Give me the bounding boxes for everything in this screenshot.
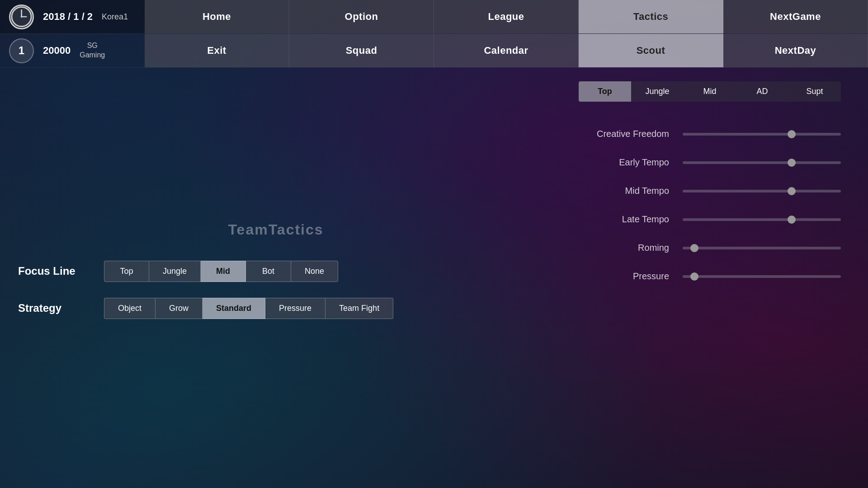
slider-row-creative_freedom: Creative Freedom bbox=[579, 129, 841, 139]
date-display: 2018 / 1 / 2 bbox=[43, 11, 93, 23]
slider-row-roming: Roming bbox=[579, 243, 841, 253]
strategy-btn-object[interactable]: Object bbox=[104, 298, 156, 319]
team-tactics-title: TeamTactics bbox=[18, 221, 533, 238]
second-navigation-bar: 1 20000 SG Gaming ExitSquadCalendarScout… bbox=[0, 34, 868, 68]
slider-label-early_tempo: Early Tempo bbox=[579, 157, 669, 168]
svg-point-3 bbox=[21, 16, 23, 18]
slider-label-creative_freedom: Creative Freedom bbox=[579, 129, 669, 139]
slider-row-early_tempo: Early Tempo bbox=[579, 157, 841, 168]
top-navigation-bar: 2018 / 1 / 2 Korea1 HomeOptionLeagueTact… bbox=[0, 0, 868, 34]
strategy-buttons: ObjectGrowStandardPressureTeam Fight bbox=[104, 298, 393, 319]
slider-input-pressure[interactable] bbox=[683, 275, 841, 278]
nav-button-nextday[interactable]: NextDay bbox=[723, 34, 868, 67]
main-area: TeamTactics Focus Line TopJungleMidBotNo… bbox=[0, 68, 868, 488]
position-tabs: TopJungleMidADSupt bbox=[579, 81, 841, 102]
slider-input-roming[interactable] bbox=[683, 247, 841, 249]
position-tab-jungle[interactable]: Jungle bbox=[631, 81, 684, 102]
focus-line-btn-jungle[interactable]: Jungle bbox=[149, 261, 201, 282]
player-info: 1 20000 SG Gaming bbox=[0, 34, 145, 67]
focus-line-buttons: TopJungleMidBotNone bbox=[104, 261, 338, 282]
position-tab-mid[interactable]: Mid bbox=[684, 81, 736, 102]
nav-button-calendar[interactable]: Calendar bbox=[434, 34, 579, 67]
clock-icon bbox=[9, 5, 34, 29]
position-tab-ad[interactable]: AD bbox=[736, 81, 788, 102]
right-panel: TopJungleMidADSupt Creative FreedomEarly… bbox=[552, 77, 868, 479]
strategy-btn-grow[interactable]: Grow bbox=[156, 298, 203, 319]
slider-row-late_tempo: Late Tempo bbox=[579, 214, 841, 225]
nav-button-tactics[interactable]: Tactics bbox=[579, 0, 723, 33]
slider-label-pressure: Pressure bbox=[579, 271, 669, 282]
player-number-badge: 1 bbox=[9, 38, 34, 63]
strategy-row: Strategy ObjectGrowStandardPressureTeam … bbox=[18, 298, 533, 319]
nav-button-scout[interactable]: Scout bbox=[579, 34, 723, 67]
nav-row2: ExitSquadCalendarScoutNextDay bbox=[145, 34, 868, 67]
focus-line-btn-mid[interactable]: Mid bbox=[201, 261, 246, 282]
slider-row-pressure: Pressure bbox=[579, 271, 841, 282]
strategy-btn-standard[interactable]: Standard bbox=[203, 298, 265, 319]
svg-point-0 bbox=[12, 7, 31, 26]
region-display: Korea1 bbox=[102, 12, 128, 22]
nav-button-home[interactable]: Home bbox=[145, 0, 289, 33]
slider-input-early_tempo[interactable] bbox=[683, 161, 841, 164]
position-tab-top[interactable]: Top bbox=[579, 81, 631, 102]
nav-button-squad[interactable]: Squad bbox=[289, 34, 434, 67]
slider-input-late_tempo[interactable] bbox=[683, 218, 841, 221]
team-display: SG Gaming bbox=[80, 41, 105, 60]
slider-label-late_tempo: Late Tempo bbox=[579, 214, 669, 225]
header-info: 2018 / 1 / 2 Korea1 bbox=[0, 0, 145, 33]
nav-row1: HomeOptionLeagueTacticsNextGame bbox=[145, 0, 868, 33]
sliders-section: Creative FreedomEarly TempoMid TempoLate… bbox=[579, 129, 841, 282]
focus-line-label: Focus Line bbox=[18, 265, 90, 277]
focus-line-row: Focus Line TopJungleMidBotNone bbox=[18, 261, 533, 282]
slider-input-mid_tempo[interactable] bbox=[683, 190, 841, 192]
nav-button-exit[interactable]: Exit bbox=[145, 34, 289, 67]
nav-button-option[interactable]: Option bbox=[289, 0, 434, 33]
nav-button-league[interactable]: League bbox=[434, 0, 579, 33]
strategy-label: Strategy bbox=[18, 302, 90, 314]
slider-label-mid_tempo: Mid Tempo bbox=[579, 186, 669, 196]
left-panel: TeamTactics Focus Line TopJungleMidBotNo… bbox=[0, 77, 552, 479]
nav-button-nextgame[interactable]: NextGame bbox=[723, 0, 868, 33]
slider-label-roming: Roming bbox=[579, 243, 669, 253]
focus-line-btn-top[interactable]: Top bbox=[104, 261, 149, 282]
slider-input-creative_freedom[interactable] bbox=[683, 133, 841, 136]
focus-line-btn-bot[interactable]: Bot bbox=[246, 261, 291, 282]
focus-line-btn-none[interactable]: None bbox=[291, 261, 338, 282]
position-tab-supt[interactable]: Supt bbox=[788, 81, 841, 102]
money-display: 20000 bbox=[43, 45, 71, 56]
strategy-btn-pressure[interactable]: Pressure bbox=[265, 298, 326, 319]
strategy-btn-teamfight[interactable]: Team Fight bbox=[326, 298, 393, 319]
slider-row-mid_tempo: Mid Tempo bbox=[579, 186, 841, 196]
